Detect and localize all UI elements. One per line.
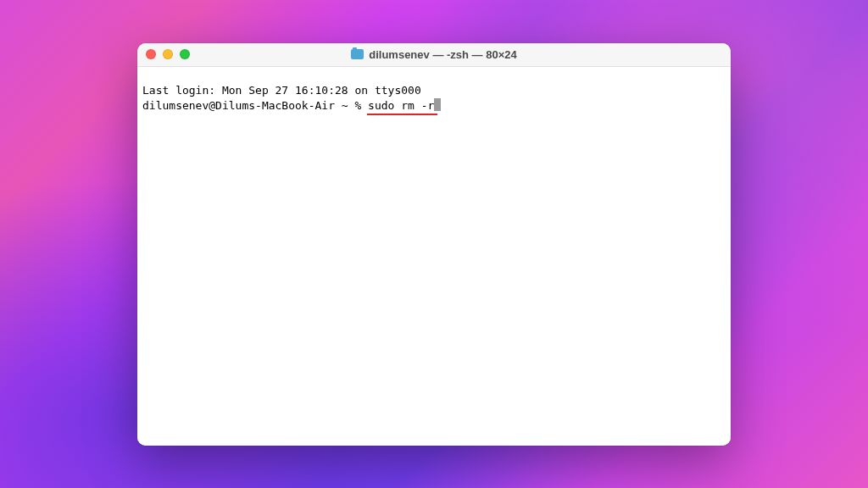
last-login-line: Last login: Mon Sep 27 16:10:28 on ttys0… — [142, 84, 726, 98]
terminal-content[interactable]: Last login: Mon Sep 27 16:10:28 on ttys0… — [137, 67, 731, 446]
traffic-lights — [146, 49, 190, 59]
folder-icon — [351, 49, 364, 59]
window-title-group: dilumsenev — -zsh — 80×24 — [137, 48, 731, 61]
minimize-icon[interactable] — [163, 49, 173, 59]
cursor-icon — [434, 98, 441, 111]
typed-command: sudo rm -r — [368, 99, 434, 112]
maximize-icon[interactable] — [180, 49, 190, 59]
shell-prompt: dilumsenev@Dilums-MacBook-Air ~ % — [142, 99, 368, 112]
terminal-window: dilumsenev — -zsh — 80×24 Last login: Mo… — [137, 43, 731, 446]
titlebar[interactable]: dilumsenev — -zsh — 80×24 — [137, 43, 731, 67]
close-icon[interactable] — [146, 49, 156, 59]
prompt-line: dilumsenev@Dilums-MacBook-Air ~ % sudo r… — [142, 98, 441, 114]
window-title: dilumsenev — -zsh — 80×24 — [369, 48, 516, 61]
annotation-underline — [367, 114, 437, 115]
